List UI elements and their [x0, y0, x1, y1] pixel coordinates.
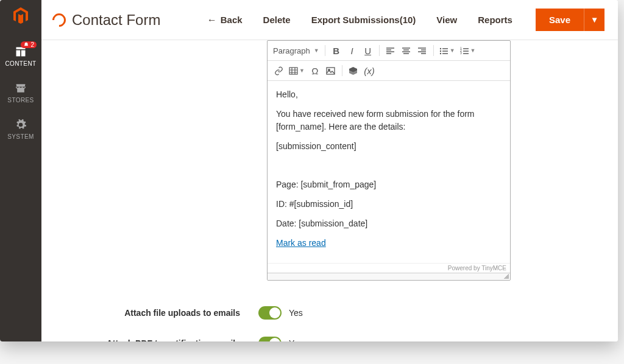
image-button[interactable]: [324, 63, 338, 78]
sidebar-item-label: CONTENT: [5, 60, 36, 67]
save-button[interactable]: Save: [536, 9, 584, 31]
arrow-left-icon: [207, 15, 217, 26]
wysiwyg-editor: Paragraph▼ B I U ▼ 123▼ ▼ Ω: [267, 40, 511, 281]
svg-point-4: [439, 50, 441, 51]
sidebar-item-content[interactable]: CONTENT 2: [0, 38, 41, 74]
toggle-value: Yes: [289, 308, 303, 318]
editor-resize-handle[interactable]: [268, 273, 510, 280]
badge-count: 2: [30, 41, 34, 48]
admin-sidebar: CONTENT 2 STORES SYSTEM: [0, 0, 41, 341]
svg-point-3: [439, 47, 441, 49]
svg-rect-9: [289, 68, 297, 74]
variable-button[interactable]: (x): [362, 63, 377, 78]
svg-rect-1: [16, 50, 21, 56]
reports-button[interactable]: Reports: [478, 15, 512, 25]
italic-button[interactable]: I: [345, 43, 360, 58]
toggle-value: Yes: [289, 338, 303, 341]
bold-button[interactable]: B: [329, 43, 344, 58]
editor-toolbar-row-1: Paragraph▼ B I U ▼ 123▼: [268, 41, 510, 61]
page-title: Contact Form: [72, 12, 160, 29]
save-dropdown-button[interactable]: ▼: [584, 9, 604, 31]
title-ring-icon: [49, 10, 68, 29]
toggle-attach-pdf[interactable]: [258, 337, 282, 341]
view-button[interactable]: View: [436, 15, 457, 25]
delete-button[interactable]: Delete: [263, 15, 291, 25]
svg-rect-2: [21, 50, 26, 56]
editor-content[interactable]: Hello, You have received new form submis…: [268, 81, 510, 263]
editor-toolbar-row-2: ▼ Ω (x): [268, 61, 510, 81]
bullet-list-button[interactable]: ▼: [438, 43, 457, 58]
notification-badge: 2: [21, 41, 37, 48]
sidebar-item-system[interactable]: SYSTEM: [0, 111, 41, 147]
page-header: Contact Form Back Delete Export Submissi…: [41, 0, 618, 40]
triangle-down-icon: ▼: [590, 15, 598, 24]
svg-text:3: 3: [460, 51, 462, 55]
special-char-button[interactable]: Ω: [308, 63, 322, 78]
align-center-button[interactable]: [399, 43, 414, 58]
field-label: Attach PDF to notification emails: [41, 338, 258, 341]
widget-button[interactable]: [346, 63, 361, 78]
format-select[interactable]: Paragraph▼: [271, 43, 321, 58]
align-right-button[interactable]: [415, 43, 430, 58]
svg-point-5: [439, 52, 441, 54]
numbered-list-button[interactable]: 123▼: [458, 43, 478, 58]
sidebar-item-label: STORES: [7, 97, 34, 103]
underline-button[interactable]: U: [361, 43, 375, 58]
toggle-attach-uploads[interactable]: [258, 306, 282, 320]
back-button[interactable]: Back: [207, 15, 243, 26]
field-attach-pdf: Attach PDF to notification emails Yes: [41, 328, 618, 341]
sidebar-item-label: SYSTEM: [7, 133, 34, 140]
magento-logo: [11, 6, 30, 26]
table-button[interactable]: ▼: [287, 63, 307, 78]
link-button[interactable]: [271, 63, 286, 78]
sidebar-item-stores[interactable]: STORES: [0, 74, 41, 111]
align-left-button[interactable]: [383, 43, 398, 58]
svg-rect-10: [327, 68, 335, 74]
field-attach-file-uploads: Attach file uploads to emails Yes: [41, 298, 618, 328]
editor-powered-by: Powered by TinyMCE: [268, 263, 510, 273]
mark-as-read-link[interactable]: Mark as read: [276, 238, 326, 248]
field-label: Attach file uploads to emails: [41, 308, 258, 318]
export-submissions-button[interactable]: Export Submissions(10): [311, 15, 416, 25]
